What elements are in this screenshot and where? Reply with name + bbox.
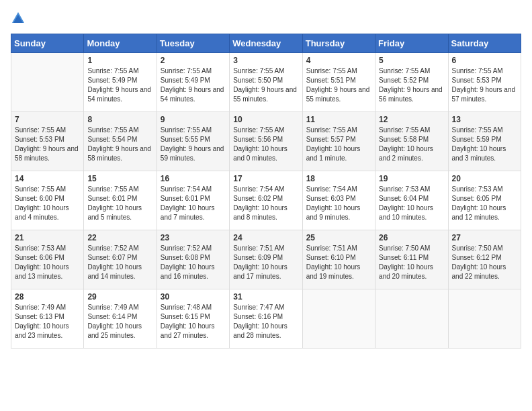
day-number: 17 (233, 174, 298, 183)
day-number: 31 (233, 292, 298, 302)
day-info: Sunrise: 7:49 AMSunset: 6:13 PMDaylight:… (15, 303, 80, 340)
day-info: Sunrise: 7:55 AMSunset: 5:54 PMDaylight:… (87, 126, 152, 163)
calendar-cell: 10Sunrise: 7:55 AMSunset: 5:56 PMDayligh… (230, 112, 302, 171)
weekday-header-thursday: Thursday (302, 34, 375, 53)
day-info: Sunrise: 7:54 AMSunset: 6:01 PMDaylight:… (161, 185, 226, 222)
calendar-cell: 16Sunrise: 7:54 AMSunset: 6:01 PMDayligh… (157, 171, 229, 230)
calendar-week-row: 14Sunrise: 7:55 AMSunset: 6:00 PMDayligh… (11, 171, 521, 230)
day-number: 26 (379, 233, 444, 242)
day-number: 8 (87, 115, 152, 124)
day-info: Sunrise: 7:55 AMSunset: 5:58 PMDaylight:… (379, 126, 444, 163)
calendar-cell: 4Sunrise: 7:55 AMSunset: 5:51 PMDaylight… (302, 53, 375, 112)
calendar-week-row: 7Sunrise: 7:55 AMSunset: 5:53 PMDaylight… (11, 112, 521, 171)
calendar-table: SundayMondayTuesdayWednesdayThursdayFrid… (11, 34, 521, 349)
day-info: Sunrise: 7:53 AMSunset: 6:04 PMDaylight:… (379, 185, 444, 222)
calendar-cell: 19Sunrise: 7:53 AMSunset: 6:04 PMDayligh… (375, 171, 448, 230)
day-info: Sunrise: 7:55 AMSunset: 5:56 PMDaylight:… (233, 126, 298, 163)
day-number: 30 (161, 292, 226, 302)
calendar-cell: 7Sunrise: 7:55 AMSunset: 5:53 PMDaylight… (11, 112, 84, 171)
day-number: 20 (452, 174, 517, 183)
calendar-cell: 28Sunrise: 7:49 AMSunset: 6:13 PMDayligh… (11, 289, 84, 349)
day-info: Sunrise: 7:55 AMSunset: 6:01 PMDaylight:… (87, 185, 152, 222)
weekday-header-saturday: Saturday (448, 34, 521, 53)
day-info: Sunrise: 7:55 AMSunset: 5:50 PMDaylight:… (233, 66, 298, 104)
calendar-week-row: 21Sunrise: 7:53 AMSunset: 6:06 PMDayligh… (11, 230, 521, 289)
calendar-cell: 5Sunrise: 7:55 AMSunset: 5:52 PMDaylight… (375, 53, 448, 112)
day-info: Sunrise: 7:50 AMSunset: 6:11 PMDaylight:… (379, 244, 444, 281)
day-number: 28 (15, 292, 80, 302)
day-number: 3 (233, 56, 298, 65)
day-info: Sunrise: 7:49 AMSunset: 6:14 PMDaylight:… (87, 303, 152, 340)
calendar-cell: 2Sunrise: 7:55 AMSunset: 5:49 PMDaylight… (157, 53, 229, 112)
calendar-cell: 27Sunrise: 7:50 AMSunset: 6:12 PMDayligh… (448, 230, 521, 289)
calendar-cell: 17Sunrise: 7:54 AMSunset: 6:02 PMDayligh… (230, 171, 302, 230)
day-number: 27 (452, 233, 517, 242)
calendar-cell: 3Sunrise: 7:55 AMSunset: 5:50 PMDaylight… (230, 53, 302, 112)
day-number: 23 (161, 233, 226, 242)
day-info: Sunrise: 7:55 AMSunset: 5:49 PMDaylight:… (161, 66, 226, 104)
calendar-cell: 21Sunrise: 7:53 AMSunset: 6:06 PMDayligh… (11, 230, 84, 289)
day-number: 11 (306, 115, 371, 124)
day-number: 5 (379, 56, 444, 65)
calendar-cell (448, 289, 521, 349)
calendar-cell (375, 289, 448, 349)
calendar-cell: 11Sunrise: 7:55 AMSunset: 5:57 PMDayligh… (302, 112, 375, 171)
day-number: 2 (161, 56, 226, 65)
day-number: 24 (233, 233, 298, 242)
calendar-cell: 30Sunrise: 7:48 AMSunset: 6:15 PMDayligh… (157, 289, 229, 349)
weekday-header-wednesday: Wednesday (230, 34, 302, 53)
day-info: Sunrise: 7:50 AMSunset: 6:12 PMDaylight:… (452, 244, 517, 281)
day-info: Sunrise: 7:55 AMSunset: 5:53 PMDaylight:… (15, 126, 80, 163)
calendar-cell: 13Sunrise: 7:55 AMSunset: 5:59 PMDayligh… (448, 112, 521, 171)
day-info: Sunrise: 7:53 AMSunset: 6:06 PMDaylight:… (15, 244, 80, 281)
day-info: Sunrise: 7:51 AMSunset: 6:10 PMDaylight:… (306, 244, 371, 281)
day-info: Sunrise: 7:52 AMSunset: 6:07 PMDaylight:… (87, 244, 152, 281)
calendar-cell: 20Sunrise: 7:53 AMSunset: 6:05 PMDayligh… (448, 171, 521, 230)
day-number: 13 (452, 115, 517, 124)
calendar-cell: 1Sunrise: 7:55 AMSunset: 5:49 PMDaylight… (84, 53, 157, 112)
calendar-cell: 31Sunrise: 7:47 AMSunset: 6:16 PMDayligh… (230, 289, 302, 349)
calendar-cell: 24Sunrise: 7:51 AMSunset: 6:09 PMDayligh… (230, 230, 302, 289)
day-number: 7 (15, 115, 80, 124)
calendar-week-row: 28Sunrise: 7:49 AMSunset: 6:13 PMDayligh… (11, 289, 521, 349)
calendar-cell: 15Sunrise: 7:55 AMSunset: 6:01 PMDayligh… (84, 171, 157, 230)
day-number: 10 (233, 115, 298, 124)
day-info: Sunrise: 7:55 AMSunset: 5:49 PMDaylight:… (87, 66, 152, 104)
calendar-cell: 29Sunrise: 7:49 AMSunset: 6:14 PMDayligh… (84, 289, 157, 349)
calendar-cell: 22Sunrise: 7:52 AMSunset: 6:07 PMDayligh… (84, 230, 157, 289)
calendar-cell: 18Sunrise: 7:54 AMSunset: 6:03 PMDayligh… (302, 171, 375, 230)
day-number: 21 (15, 233, 80, 242)
calendar-cell (302, 289, 375, 349)
day-info: Sunrise: 7:55 AMSunset: 6:00 PMDaylight:… (15, 185, 80, 222)
weekday-header-sunday: Sunday (11, 34, 84, 53)
calendar-cell: 26Sunrise: 7:50 AMSunset: 6:11 PMDayligh… (375, 230, 448, 289)
day-number: 19 (379, 174, 444, 183)
day-info: Sunrise: 7:54 AMSunset: 6:02 PMDaylight:… (233, 185, 298, 222)
day-info: Sunrise: 7:52 AMSunset: 6:08 PMDaylight:… (161, 244, 226, 281)
day-number: 16 (161, 174, 226, 183)
day-number: 14 (15, 174, 80, 183)
day-info: Sunrise: 7:47 AMSunset: 6:16 PMDaylight:… (233, 303, 298, 340)
weekday-header-friday: Friday (375, 34, 448, 53)
calendar-cell: 23Sunrise: 7:52 AMSunset: 6:08 PMDayligh… (157, 230, 229, 289)
day-number: 4 (306, 56, 371, 65)
day-info: Sunrise: 7:55 AMSunset: 5:52 PMDaylight:… (379, 66, 444, 104)
calendar-cell: 9Sunrise: 7:55 AMSunset: 5:55 PMDaylight… (157, 112, 229, 171)
weekday-header-tuesday: Tuesday (157, 34, 229, 53)
day-number: 25 (306, 233, 371, 242)
day-info: Sunrise: 7:55 AMSunset: 5:59 PMDaylight:… (452, 126, 517, 163)
day-number: 12 (379, 115, 444, 124)
day-number: 9 (161, 115, 226, 124)
day-info: Sunrise: 7:55 AMSunset: 5:57 PMDaylight:… (306, 126, 371, 163)
calendar-cell (11, 53, 84, 112)
day-number: 6 (452, 56, 517, 65)
page-header (11, 11, 521, 26)
calendar-cell: 14Sunrise: 7:55 AMSunset: 6:00 PMDayligh… (11, 171, 84, 230)
logo-icon (11, 11, 26, 26)
day-info: Sunrise: 7:51 AMSunset: 6:09 PMDaylight:… (233, 244, 298, 281)
calendar-cell: 8Sunrise: 7:55 AMSunset: 5:54 PMDaylight… (84, 112, 157, 171)
weekday-header-monday: Monday (84, 34, 157, 53)
day-info: Sunrise: 7:54 AMSunset: 6:03 PMDaylight:… (306, 185, 371, 222)
calendar-cell: 6Sunrise: 7:55 AMSunset: 5:53 PMDaylight… (448, 53, 521, 112)
logo (11, 11, 27, 26)
